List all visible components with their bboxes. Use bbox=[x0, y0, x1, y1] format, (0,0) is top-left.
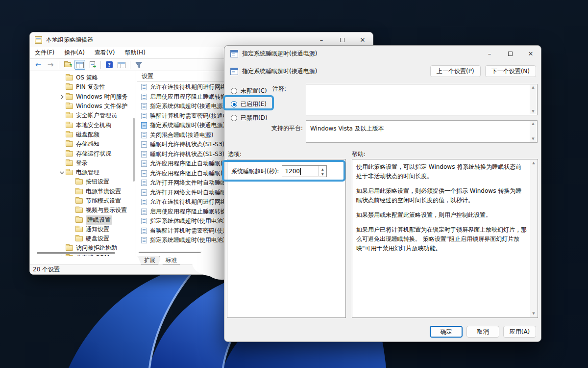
up-one-level-button[interactable]: ↰ bbox=[62, 60, 73, 70]
scroll-up-icon[interactable]: ▲ bbox=[532, 86, 534, 89]
view-tabs: 扩展 标准 bbox=[138, 256, 181, 264]
export-list-button[interactable]: ➜ bbox=[87, 60, 98, 70]
menu-view[interactable]: 查看(V) bbox=[90, 47, 120, 58]
folder-icon bbox=[75, 227, 83, 232]
supported-on-scrollbar[interactable]: ▲ ▼ bbox=[530, 121, 537, 142]
help-text: 使用此策略设置，可以指定 Windows 将系统转换为睡眠状态前处于非活动状态的… bbox=[356, 162, 527, 315]
policy-setting-icon bbox=[141, 103, 147, 109]
gpedit-app-icon bbox=[35, 36, 42, 44]
ok-button[interactable]: 确定 bbox=[430, 326, 463, 338]
help-button[interactable]: ? bbox=[104, 60, 115, 70]
policy-setting-icon bbox=[141, 122, 147, 129]
tree-item[interactable]: 电源节流设置 bbox=[30, 187, 131, 196]
back-button[interactable]: ← bbox=[33, 60, 44, 70]
filter-icon bbox=[135, 62, 142, 68]
toolbar-separator bbox=[100, 61, 101, 69]
tree-item[interactable]: Windows 时间服务 bbox=[30, 92, 131, 102]
folder-icon bbox=[66, 160, 73, 166]
tree-horizontal-scrollbar[interactable] bbox=[37, 252, 115, 254]
menu-file[interactable]: 文件(F) bbox=[30, 47, 59, 58]
scroll-down-icon[interactable]: ▼ bbox=[532, 312, 535, 315]
scroll-up-icon[interactable]: ▲ bbox=[532, 122, 534, 126]
tree-item[interactable]: 安全帐户管理员 bbox=[30, 111, 131, 120]
help-paragraph: 如果用户已将计算机配置为在锁定时于锁屏界面上放映幻灯片，那么可避免出现睡眠转换。… bbox=[356, 225, 527, 253]
toolbar-separator bbox=[130, 61, 130, 69]
radio-icon bbox=[231, 88, 237, 94]
folder-icon bbox=[66, 94, 73, 100]
next-setting-button[interactable]: 下一个设置(N) bbox=[485, 65, 536, 77]
tree-item[interactable]: 本地安全机构 bbox=[30, 120, 131, 130]
chevron-right-icon[interactable] bbox=[58, 95, 66, 99]
menu-help[interactable]: 帮助(H) bbox=[120, 47, 150, 58]
dialog-close-button[interactable]: ✕ bbox=[520, 46, 541, 61]
tree-item[interactable]: 存储运行状况 bbox=[30, 149, 131, 158]
folder-icon bbox=[66, 132, 73, 137]
chevron-down-icon[interactable] bbox=[58, 171, 66, 175]
tree-vertical-scrollbar[interactable] bbox=[133, 118, 135, 182]
tree-item[interactable]: 节能模式设置 bbox=[30, 196, 131, 206]
tree-item[interactable]: 磁盘配额 bbox=[30, 130, 131, 139]
comment-scrollbar[interactable]: ▲ ▼ bbox=[530, 85, 537, 114]
folder-icon bbox=[66, 123, 73, 128]
dialog-minimize-button[interactable]: – bbox=[479, 46, 500, 61]
status-text: 20 个设置 bbox=[33, 265, 60, 274]
tree-item[interactable]: 通知设置 bbox=[30, 225, 131, 234]
tree-item[interactable]: 硬盘设置 bbox=[30, 234, 131, 243]
filter-button[interactable] bbox=[133, 60, 144, 70]
tree-item[interactable]: 按钮设置 bbox=[30, 177, 131, 186]
menu-action[interactable]: 操作(A) bbox=[59, 47, 90, 58]
tree-item[interactable]: 登录 bbox=[30, 158, 131, 168]
radio-disabled[interactable]: 已禁用(D) bbox=[231, 114, 268, 122]
extended-pane-button[interactable] bbox=[116, 60, 127, 70]
folder-icon bbox=[66, 245, 73, 251]
help-label: 帮助: bbox=[352, 150, 366, 158]
folder-icon bbox=[66, 141, 73, 147]
scroll-down-icon[interactable]: ▼ bbox=[532, 137, 534, 141]
show-console-tree-button[interactable] bbox=[74, 60, 85, 70]
options-panel: 系统睡眠超时(秒): ▲ ▼ bbox=[227, 159, 346, 318]
maximize-icon bbox=[340, 38, 344, 42]
dialog-maximize-button[interactable] bbox=[500, 46, 520, 61]
folder-icon bbox=[66, 170, 73, 175]
policy-setting-icon bbox=[141, 113, 147, 119]
maximize-icon bbox=[508, 52, 513, 56]
tree-item-sleep-settings-selected[interactable]: 睡眠设置 bbox=[30, 215, 131, 224]
tab-extended[interactable]: 扩展 bbox=[138, 256, 162, 264]
back-icon: ← bbox=[35, 61, 42, 69]
forward-icon: → bbox=[48, 61, 54, 69]
tree-item[interactable]: 视频与显示设置 bbox=[30, 206, 131, 215]
cancel-button[interactable]: 取消 bbox=[466, 326, 499, 338]
scroll-down-icon[interactable]: ▼ bbox=[532, 110, 534, 113]
dialog-header: 指定系统睡眠超时(接通电源) 上一个设置(P) 下一个设置(N) bbox=[224, 64, 541, 78]
help-scrollbar[interactable]: ▲ ▼ bbox=[530, 160, 537, 317]
policy-setting-icon bbox=[141, 141, 147, 148]
tab-standard[interactable]: 标准 bbox=[159, 256, 183, 264]
apply-button[interactable]: 应用(A) bbox=[503, 326, 536, 338]
tree-item[interactable]: PIN 复杂性 bbox=[30, 82, 131, 92]
forward-button[interactable]: → bbox=[45, 60, 56, 70]
annotation-options-row bbox=[222, 160, 345, 182]
previous-setting-button[interactable]: 上一个设置(P) bbox=[430, 65, 481, 77]
export-list-icon: ➜ bbox=[90, 61, 95, 68]
tree-item[interactable]: OS 策略 bbox=[30, 73, 131, 82]
dialog-app-icon bbox=[230, 50, 238, 57]
comment-textarea[interactable]: ▲ ▼ bbox=[306, 84, 538, 115]
policy-setting-icon bbox=[141, 218, 147, 224]
extended-pane-icon bbox=[118, 62, 125, 68]
folder-icon bbox=[75, 208, 83, 213]
tree-item[interactable]: 访问被拒绝协助 bbox=[30, 243, 131, 253]
console-tree-panel: OS 策略 PIN 复杂性 Windows 时间服务 Windows 文件保护 … bbox=[30, 71, 136, 256]
tree-item[interactable]: 电源管理 bbox=[30, 168, 131, 177]
scroll-up-icon[interactable]: ▲ bbox=[532, 161, 535, 165]
radio-not-configured[interactable]: 未配置(C) bbox=[231, 87, 267, 95]
console-tree-icon bbox=[76, 62, 84, 68]
policy-setting-icon bbox=[141, 94, 147, 100]
help-paragraph: 如果禁用或未配置此策略设置，则用户控制此设置。 bbox=[356, 210, 527, 220]
policy-setting-icon bbox=[141, 209, 147, 215]
policy-setting-icon bbox=[141, 180, 147, 186]
folder-icon bbox=[75, 179, 83, 184]
dialog-titlebar: 指定系统睡眠超时(接通电源) – ✕ bbox=[224, 46, 541, 61]
tree-item[interactable]: Windows 文件保护 bbox=[30, 102, 131, 111]
tree-item[interactable]: 存储感知 bbox=[30, 139, 131, 149]
folder-icon bbox=[75, 198, 83, 204]
